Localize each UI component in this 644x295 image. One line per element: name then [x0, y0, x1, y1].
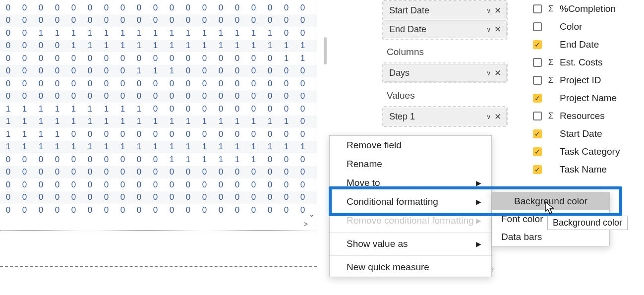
- matrix-cell[interactable]: 0: [213, 66, 229, 76]
- matrix-cell[interactable]: 0: [0, 15, 16, 25]
- matrix-cell[interactable]: 0: [65, 3, 82, 13]
- matrix-cell[interactable]: 0: [82, 54, 98, 63]
- matrix-cell[interactable]: 1: [229, 142, 245, 152]
- matrix-cell[interactable]: 1: [131, 104, 147, 114]
- matrix-cell[interactable]: 0: [278, 155, 294, 165]
- matrix-cell[interactable]: 0: [131, 155, 147, 165]
- matrix-cell[interactable]: 0: [49, 3, 65, 13]
- matrix-cell[interactable]: 0: [147, 192, 164, 202]
- matrix-cell[interactable]: 0: [16, 54, 33, 63]
- matrix-cell[interactable]: 0: [98, 15, 115, 25]
- matrix-cell[interactable]: 0: [262, 129, 278, 139]
- matrix-cell[interactable]: 0: [164, 3, 180, 13]
- matrix-cell[interactable]: 0: [16, 79, 33, 89]
- matrix-cell[interactable]: 0: [147, 54, 164, 63]
- matrix-cell[interactable]: 0: [245, 79, 262, 89]
- matrix-cell[interactable]: 1: [229, 155, 245, 165]
- matrix-cell[interactable]: 1: [82, 104, 98, 114]
- matrix-cell[interactable]: 0: [196, 15, 213, 25]
- matrix-cell[interactable]: 0: [262, 66, 278, 76]
- matrix-cell[interactable]: 0: [82, 155, 98, 165]
- matrix-cell[interactable]: 1: [294, 41, 311, 51]
- matrix-cell[interactable]: 0: [82, 205, 98, 215]
- menu-move-to[interactable]: Move to ▶: [330, 174, 491, 192]
- matrix-cell[interactable]: 0: [115, 192, 131, 202]
- matrix-cell[interactable]: 0: [16, 155, 33, 165]
- matrix-cell[interactable]: 0: [33, 15, 49, 25]
- matrix-cell[interactable]: 0: [213, 91, 229, 101]
- matrix-cell[interactable]: 0: [65, 205, 82, 215]
- matrix-cell[interactable]: 0: [294, 3, 311, 13]
- matrix-cell[interactable]: 0: [82, 66, 98, 76]
- row-field-start-date[interactable]: Start Date ∨ ✕: [383, 1, 507, 19]
- matrix-cell[interactable]: 0: [115, 205, 131, 215]
- matrix-cell[interactable]: 1: [16, 104, 33, 114]
- matrix-cell[interactable]: 0: [229, 91, 245, 101]
- matrix-cell[interactable]: 0: [278, 129, 294, 139]
- matrix-cell[interactable]: 0: [278, 3, 294, 13]
- matrix-cell[interactable]: 0: [16, 41, 33, 51]
- matrix-cell[interactable]: 1: [213, 41, 229, 51]
- matrix-cell[interactable]: 0: [147, 79, 164, 89]
- matrix-cell[interactable]: 0: [180, 180, 196, 190]
- matrix-cell[interactable]: 1: [245, 155, 262, 165]
- matrix-cell[interactable]: 0: [49, 91, 65, 101]
- matrix-cell[interactable]: 0: [49, 205, 65, 215]
- matrix-cell[interactable]: 0: [278, 66, 294, 76]
- matrix-cell[interactable]: 1: [311, 54, 317, 63]
- matrix-cell[interactable]: 1: [65, 28, 82, 38]
- matrix-cell[interactable]: 0: [65, 66, 82, 76]
- matrix-cell[interactable]: 1: [196, 142, 213, 152]
- matrix-cell[interactable]: 0: [278, 167, 294, 177]
- matrix-cell[interactable]: 1: [262, 142, 278, 152]
- close-icon[interactable]: ✕: [494, 5, 501, 16]
- matrix-cell[interactable]: 1: [213, 155, 229, 165]
- matrix-cell[interactable]: 0: [115, 15, 131, 25]
- matrix-cell[interactable]: 0: [294, 66, 311, 76]
- matrix-cell[interactable]: 1: [229, 117, 245, 126]
- matrix-cell[interactable]: 0: [115, 91, 131, 101]
- matrix-cell[interactable]: 1: [65, 142, 82, 152]
- matrix-cell[interactable]: 1: [82, 41, 98, 51]
- field-item-project-id[interactable]: ΣProject ID: [533, 71, 640, 89]
- matrix-cell[interactable]: 0: [180, 104, 196, 114]
- matrix-cell[interactable]: 0: [147, 180, 164, 190]
- matrix-cell[interactable]: 0: [98, 3, 115, 13]
- submenu-data-bars[interactable]: Data bars: [492, 228, 609, 246]
- matrix-cell[interactable]: 0: [164, 54, 180, 63]
- matrix-cell[interactable]: 0: [245, 3, 262, 13]
- matrix-cell[interactable]: 0: [311, 155, 317, 165]
- matrix-cell[interactable]: 0: [164, 129, 180, 139]
- field-item-end-date[interactable]: ✓ΣEnd Date: [533, 36, 640, 54]
- matrix-cell[interactable]: 1: [245, 142, 262, 152]
- matrix-cell[interactable]: 1: [82, 28, 98, 38]
- matrix-cell[interactable]: 0: [311, 129, 317, 139]
- submenu-background-color[interactable]: Background color: [492, 192, 609, 210]
- matrix-cell[interactable]: 0: [213, 167, 229, 177]
- matrix-cell[interactable]: 0: [311, 28, 317, 38]
- matrix-cell[interactable]: 0: [311, 79, 317, 89]
- matrix-cell[interactable]: 0: [98, 129, 115, 139]
- matrix-cell[interactable]: 0: [16, 167, 33, 177]
- matrix-cell[interactable]: 0: [82, 15, 98, 25]
- chevron-down-icon[interactable]: ∨: [486, 69, 491, 77]
- matrix-cell[interactable]: 0: [229, 167, 245, 177]
- matrix-cell[interactable]: 1: [65, 41, 82, 51]
- columns-well[interactable]: Days ∨ ✕: [382, 62, 508, 83]
- matrix-cell[interactable]: 0: [196, 205, 213, 215]
- values-well[interactable]: Step 1 ∨ ✕: [382, 106, 508, 127]
- matrix-cell[interactable]: 1: [115, 117, 131, 126]
- matrix-cell[interactable]: 0: [164, 180, 180, 190]
- matrix-cell[interactable]: 0: [164, 15, 180, 25]
- matrix-cell[interactable]: 1: [33, 117, 49, 126]
- matrix-cell[interactable]: 0: [213, 54, 229, 63]
- matrix-cell[interactable]: 0: [311, 104, 317, 114]
- matrix-cell[interactable]: 0: [98, 180, 115, 190]
- field-checkbox[interactable]: [533, 112, 542, 120]
- matrix-cell[interactable]: 1: [33, 104, 49, 114]
- matrix-cell[interactable]: 0: [294, 117, 311, 126]
- matrix-cell[interactable]: 1: [49, 129, 65, 139]
- matrix-cell[interactable]: 0: [278, 180, 294, 190]
- matrix-cell[interactable]: 1: [98, 117, 115, 126]
- matrix-cell[interactable]: 0: [65, 167, 82, 177]
